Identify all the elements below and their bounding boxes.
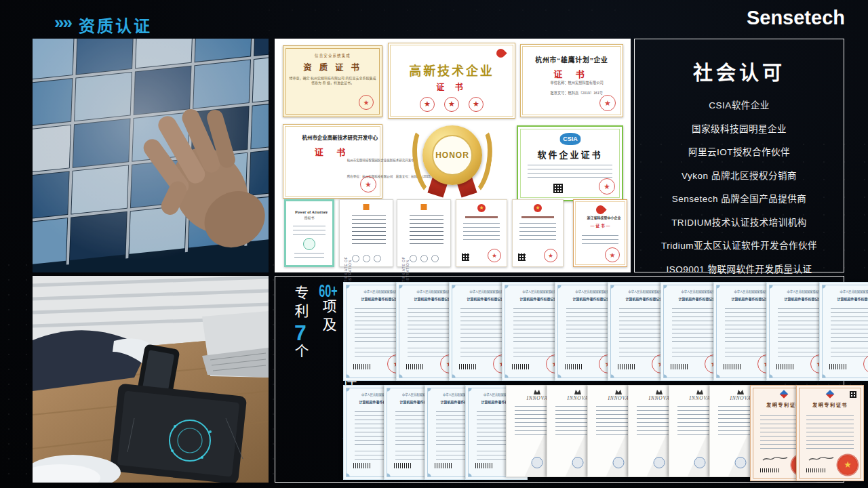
certificate-high-tech-enterprise: 高新技术企业 证 书 ★★★ (388, 43, 515, 119)
social-recognition-item: CSIA软件企业 (635, 98, 844, 111)
certificate-iso-registration: CERTIFICATE OF REGISTRATION (397, 199, 451, 267)
certificate-text-lines (460, 308, 508, 344)
certificate-zhejiang-sme: 浙江省科技型中小企业 — 证 书 — ★ (573, 199, 627, 267)
certificate-text-lines (410, 215, 443, 245)
flame-emblem-icon (494, 47, 507, 59)
certificate-subtitle: 证 书 (283, 145, 382, 158)
workspace-illustration (33, 276, 269, 483)
certificate-title: 计算机软件著作权登记证书 (679, 296, 713, 302)
signature-scribble (808, 455, 835, 463)
page-title: 资质认证 (79, 13, 152, 37)
honor-medal: HONOR (412, 123, 493, 203)
copyright-certificates-row: 中华人民共和国国家版权局 计算机软件著作权登记证书 ★ 中华人民共和国国家版权局… (343, 282, 868, 381)
certificate-title: 计算机软件著作权登记证书 (626, 296, 660, 302)
certificate-text-lines (831, 348, 868, 357)
certificate-text-lines (355, 308, 402, 344)
social-recognition-list: CSIA软件企业 国家级科技园明星企业 阿里云IOT授权合作伙伴 Vykon 品… (635, 98, 844, 298)
caption-text: 专利 (293, 285, 309, 322)
signature-scribble (762, 455, 789, 463)
qr-code (553, 184, 563, 193)
certificate-title: 杭州市“雄鹰计划”企业 (530, 55, 614, 64)
certificate-title: 计算机软件著作权登记证书 (467, 296, 502, 302)
accreditation-logos (340, 255, 393, 262)
barcode (353, 463, 371, 468)
certificate-title: 计算机软件著作权登记证书 (573, 296, 608, 302)
social-recognition-item: 阿里云IOT授权合作伙伴 (635, 144, 844, 158)
certificate-header: 中华人民共和国国家版权局 (787, 289, 816, 293)
social-recognition-item: Sensetech 品牌全国产品提供商 (635, 191, 844, 205)
certificate-text-lines (294, 253, 324, 260)
certificate-text-lines (806, 415, 854, 449)
red-seal-icon: ★ (359, 95, 374, 110)
barcode (353, 364, 371, 369)
certificate-header: 中华人民共和国国家版权局 (576, 289, 605, 293)
certificates-panel: 信息安全系统集成 资 质 证 书 经审查，确定 杭州实想科技有限公司 的信息安全… (275, 39, 631, 272)
barcode (829, 364, 847, 369)
social-recognition-item: Tridium亚太区认证软件开发合作伙伴 (635, 238, 844, 251)
national-emblem-icon: ★ (534, 204, 542, 212)
patents-panel: 专利7个 取得相关软件著作权共60+项及 中华人民共和国国家版权局 计算机软件著… (275, 276, 844, 483)
barcode (475, 463, 493, 468)
barcode (512, 364, 530, 369)
star-seals: ★★★ (389, 97, 515, 112)
certificate-title: 计算机软件著作权登记证书 (361, 296, 396, 302)
qr-code (850, 391, 856, 398)
barcode (760, 468, 781, 472)
social-recognition-title: 社会认可 (635, 57, 844, 85)
patent-certificates-row: 中华人民共和国国家版权局 计算机软件著作权登记证书 中华人民共和国国家版权局 计… (343, 385, 864, 481)
digital-wall-illustration (33, 39, 269, 272)
certificate-header: 中华人民共和国国家版权局 (523, 289, 552, 293)
certificate-header: 中华人民共和国国家版权局 (364, 289, 393, 293)
certificate-text-lines (778, 308, 825, 344)
certificate-subtitle: 授权书 (298, 215, 321, 220)
certificate-text-lines (528, 165, 612, 181)
blue-seal-icon (694, 457, 706, 468)
qr-code (462, 253, 469, 261)
certificate-header: 中华人民共和国国家版权局 (840, 289, 868, 293)
certificate-text-lines (463, 223, 500, 243)
red-seal-icon: ★ (599, 178, 615, 195)
certificate-title: 杭州市企业高新技术研究开发中心 (302, 134, 363, 141)
certificate-subtitle: 证 书 (521, 67, 623, 80)
coat-of-arms-icon (696, 390, 703, 394)
certificate-title: 计算机软件著作权登记证书 (732, 296, 766, 302)
red-seal-icon: ★ (544, 249, 557, 262)
certificate-header: 信息安全系统集成 (306, 52, 360, 58)
barcode (806, 468, 827, 472)
certificate-title: 计算机软件著作权登记证书 (414, 296, 449, 302)
caption-text: 个 (293, 344, 309, 362)
certificate-text-lines (619, 308, 667, 344)
barcode (776, 364, 794, 369)
barcode (435, 463, 452, 468)
accreditation-logos (397, 255, 450, 262)
certificate-line: 批准文号：杭科高〔2019〕161号 (551, 90, 600, 96)
chevrons-icon: »» (54, 12, 71, 33)
copyright-count: 60+ (319, 282, 338, 299)
certificate-power-of-attorney: Power of Attorney 授权书 (284, 199, 334, 267)
red-seal-icon: ★ (605, 247, 620, 262)
certificate-text-lines (513, 308, 561, 344)
red-seal-icon: ★ (488, 249, 501, 262)
certificate-title: 高新技术企业 (392, 61, 512, 79)
certificate-text-lines (672, 308, 719, 344)
coat-of-arms-icon (737, 390, 744, 394)
barcode (394, 463, 412, 468)
social-recognition-panel: 社会认可 CSIA软件企业 国家级科技园明星企业 阿里云IOT授权合作伙伴 Vy… (634, 39, 844, 272)
csia-logo: CSIA (559, 133, 580, 145)
coat-of-arms-icon (615, 390, 622, 394)
certificate-text-lines (566, 308, 614, 344)
photo-digital-wall (33, 39, 269, 272)
certificate-national-emblem: ★ ★ (512, 199, 564, 267)
certificate-title-bar (521, 216, 553, 218)
coat-of-arms-icon (534, 390, 540, 394)
certificate-header: 中华人民共和国国家版权局 (470, 289, 499, 293)
certificate-subtitle: — 证 书 — (585, 222, 616, 228)
blue-seal-icon (572, 457, 584, 468)
cnipa-logo (780, 390, 789, 399)
slide: »» 资质认证 Sensetech (0, 0, 868, 488)
barcode (671, 364, 688, 369)
caption-text: 项及 (321, 299, 336, 336)
certificate-software-enterprise: CSIA 软件企业证书 ★ (517, 125, 623, 201)
certificate-title: 软件企业证书 (518, 148, 622, 161)
red-seal-icon: ★ (360, 176, 376, 192)
